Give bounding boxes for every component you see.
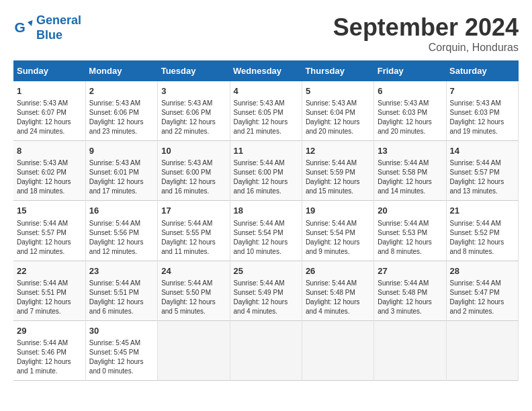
- day-cell: [302, 320, 373, 380]
- week-row-3: 15Sunrise: 5:44 AM Sunset: 5:57 PM Dayli…: [13, 201, 519, 261]
- day-number: 13: [378, 145, 442, 157]
- day-cell: 26Sunrise: 5:44 AM Sunset: 5:48 PM Dayli…: [302, 261, 373, 320]
- day-number: 19: [306, 205, 370, 217]
- day-number: 22: [17, 265, 82, 277]
- day-number: 2: [89, 85, 154, 97]
- day-info: Sunrise: 5:44 AM Sunset: 5:48 PM Dayligh…: [378, 279, 442, 316]
- day-info: Sunrise: 5:44 AM Sunset: 5:46 PM Dayligh…: [17, 338, 82, 376]
- day-number: 12: [306, 145, 370, 157]
- day-cell: 10Sunrise: 5:43 AM Sunset: 6:00 PM Dayli…: [158, 141, 230, 201]
- day-cell: 11Sunrise: 5:44 AM Sunset: 6:00 PM Dayli…: [230, 141, 302, 201]
- week-row-1: 1Sunrise: 5:43 AM Sunset: 6:07 PM Daylig…: [13, 81, 519, 141]
- day-cell: 9Sunrise: 5:43 AM Sunset: 6:01 PM Daylig…: [85, 141, 157, 201]
- day-cell: 14Sunrise: 5:44 AM Sunset: 5:57 PM Dayli…: [446, 141, 518, 201]
- day-info: Sunrise: 5:44 AM Sunset: 5:50 PM Dayligh…: [161, 279, 226, 316]
- day-info: Sunrise: 5:44 AM Sunset: 5:52 PM Dayligh…: [450, 219, 515, 257]
- day-number: 28: [450, 265, 515, 277]
- day-number: 27: [378, 265, 442, 277]
- day-cell: 23Sunrise: 5:44 AM Sunset: 5:51 PM Dayli…: [85, 261, 157, 320]
- day-cell: 28Sunrise: 5:44 AM Sunset: 5:47 PM Dayli…: [446, 261, 518, 320]
- day-cell: 24Sunrise: 5:44 AM Sunset: 5:50 PM Dayli…: [158, 261, 230, 320]
- day-cell: 13Sunrise: 5:44 AM Sunset: 5:58 PM Dayli…: [374, 141, 446, 201]
- day-cell: [158, 320, 230, 380]
- day-cell: 6Sunrise: 5:43 AM Sunset: 6:03 PM Daylig…: [374, 81, 446, 141]
- header-friday: Friday: [374, 60, 446, 81]
- day-info: Sunrise: 5:44 AM Sunset: 5:54 PM Dayligh…: [234, 219, 298, 257]
- day-number: 30: [89, 325, 154, 337]
- day-info: Sunrise: 5:44 AM Sunset: 5:57 PM Dayligh…: [450, 158, 515, 196]
- logo-line1: General: [36, 13, 81, 27]
- day-info: Sunrise: 5:45 AM Sunset: 5:45 PM Dayligh…: [89, 338, 154, 376]
- logo-line2: Blue: [36, 28, 62, 42]
- day-number: 17: [161, 205, 226, 217]
- day-number: 1: [17, 85, 82, 97]
- calendar-header-row: SundayMondayTuesdayWednesdayThursdayFrid…: [13, 60, 519, 81]
- day-number: 9: [89, 145, 154, 157]
- day-number: 8: [17, 145, 82, 157]
- day-cell: [446, 320, 518, 380]
- day-number: 26: [306, 265, 370, 277]
- day-info: Sunrise: 5:44 AM Sunset: 5:48 PM Dayligh…: [306, 279, 370, 316]
- day-number: 3: [161, 85, 226, 97]
- day-number: 24: [161, 265, 226, 277]
- svg-text:G: G: [15, 19, 26, 35]
- day-info: Sunrise: 5:44 AM Sunset: 5:49 PM Dayligh…: [234, 279, 298, 316]
- header-saturday: Saturday: [446, 60, 518, 81]
- day-info: Sunrise: 5:44 AM Sunset: 5:51 PM Dayligh…: [17, 279, 82, 316]
- day-info: Sunrise: 5:44 AM Sunset: 5:59 PM Dayligh…: [306, 158, 370, 196]
- day-cell: [230, 320, 302, 380]
- header-monday: Monday: [85, 60, 157, 81]
- day-cell: 4Sunrise: 5:43 AM Sunset: 6:05 PM Daylig…: [230, 81, 302, 141]
- day-cell: 22Sunrise: 5:44 AM Sunset: 5:51 PM Dayli…: [13, 261, 85, 320]
- day-info: Sunrise: 5:44 AM Sunset: 5:54 PM Dayligh…: [306, 219, 370, 257]
- title-block: September 2024 Corquin, Honduras: [333, 13, 519, 54]
- day-number: 7: [450, 85, 515, 97]
- day-cell: 27Sunrise: 5:44 AM Sunset: 5:48 PM Dayli…: [374, 261, 446, 320]
- day-cell: 19Sunrise: 5:44 AM Sunset: 5:54 PM Dayli…: [302, 201, 373, 261]
- location-subtitle: Corquin, Honduras: [333, 42, 519, 54]
- day-info: Sunrise: 5:44 AM Sunset: 5:53 PM Dayligh…: [378, 219, 442, 257]
- day-info: Sunrise: 5:43 AM Sunset: 6:04 PM Dayligh…: [306, 99, 370, 136]
- day-info: Sunrise: 5:44 AM Sunset: 6:00 PM Dayligh…: [234, 158, 298, 196]
- day-info: Sunrise: 5:43 AM Sunset: 6:06 PM Dayligh…: [161, 99, 226, 136]
- day-number: 10: [161, 145, 226, 157]
- month-title: September 2024: [333, 13, 519, 42]
- day-cell: 25Sunrise: 5:44 AM Sunset: 5:49 PM Dayli…: [230, 261, 302, 320]
- day-info: Sunrise: 5:44 AM Sunset: 5:58 PM Dayligh…: [378, 158, 442, 196]
- header-tuesday: Tuesday: [158, 60, 230, 81]
- day-cell: 1Sunrise: 5:43 AM Sunset: 6:07 PM Daylig…: [13, 81, 85, 141]
- day-number: 25: [234, 265, 298, 277]
- day-number: 11: [234, 145, 298, 157]
- page-header: G General Blue September 2024 Corquin, H…: [13, 13, 519, 54]
- day-info: Sunrise: 5:44 AM Sunset: 5:51 PM Dayligh…: [89, 279, 154, 316]
- header-wednesday: Wednesday: [230, 60, 302, 81]
- day-cell: 12Sunrise: 5:44 AM Sunset: 5:59 PM Dayli…: [302, 141, 373, 201]
- day-cell: 21Sunrise: 5:44 AM Sunset: 5:52 PM Dayli…: [446, 201, 518, 261]
- svg-marker-1: [28, 20, 33, 26]
- day-cell: 15Sunrise: 5:44 AM Sunset: 5:57 PM Dayli…: [13, 201, 85, 261]
- day-info: Sunrise: 5:43 AM Sunset: 6:05 PM Dayligh…: [234, 99, 298, 136]
- header-sunday: Sunday: [13, 60, 85, 81]
- day-cell: 7Sunrise: 5:43 AM Sunset: 6:03 PM Daylig…: [446, 81, 518, 141]
- calendar-body: 1Sunrise: 5:43 AM Sunset: 6:07 PM Daylig…: [13, 81, 519, 380]
- week-row-4: 22Sunrise: 5:44 AM Sunset: 5:51 PM Dayli…: [13, 261, 519, 320]
- day-cell: 30Sunrise: 5:45 AM Sunset: 5:45 PM Dayli…: [85, 320, 157, 380]
- day-number: 5: [306, 85, 370, 97]
- day-number: 14: [450, 145, 515, 157]
- day-info: Sunrise: 5:43 AM Sunset: 6:07 PM Dayligh…: [17, 99, 82, 136]
- day-info: Sunrise: 5:43 AM Sunset: 6:06 PM Dayligh…: [89, 99, 154, 136]
- day-number: 6: [378, 85, 442, 97]
- logo: G General Blue: [13, 13, 81, 42]
- day-info: Sunrise: 5:43 AM Sunset: 6:03 PM Dayligh…: [450, 99, 515, 136]
- day-cell: 29Sunrise: 5:44 AM Sunset: 5:46 PM Dayli…: [13, 320, 85, 380]
- day-info: Sunrise: 5:43 AM Sunset: 6:01 PM Dayligh…: [89, 158, 154, 196]
- logo-text: General Blue: [36, 13, 81, 42]
- day-number: 18: [234, 205, 298, 217]
- day-number: 21: [450, 205, 515, 217]
- day-number: 16: [89, 205, 154, 217]
- day-number: 23: [89, 265, 154, 277]
- header-thursday: Thursday: [302, 60, 373, 81]
- calendar-table: SundayMondayTuesdayWednesdayThursdayFrid…: [13, 60, 519, 381]
- day-number: 20: [378, 205, 442, 217]
- day-cell: 17Sunrise: 5:44 AM Sunset: 5:55 PM Dayli…: [158, 201, 230, 261]
